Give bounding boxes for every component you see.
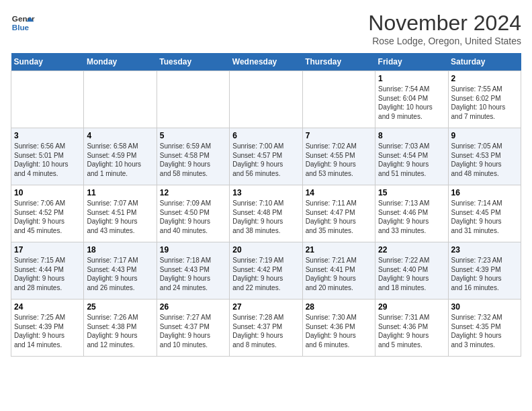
day-number: 25 [87,302,153,312]
day-info: Sunrise: 7:06 AM Sunset: 4:52 PM Dayligh… [14,199,81,235]
calendar-cell: 25Sunrise: 7:26 AM Sunset: 4:38 PM Dayli… [84,300,157,357]
page-header: General Blue November 2024 Rose Lodge, O… [11,11,521,46]
day-info: Sunrise: 7:30 AM Sunset: 4:36 PM Dayligh… [306,313,372,349]
day-number: 20 [232,245,299,255]
day-number: 17 [14,245,81,255]
day-info: Sunrise: 7:55 AM Sunset: 6:02 PM Dayligh… [451,85,518,121]
svg-text:Blue: Blue [12,23,30,32]
day-number: 19 [160,245,226,255]
calendar-cell: 27Sunrise: 7:28 AM Sunset: 4:37 PM Dayli… [230,300,302,357]
day-info: Sunrise: 7:32 AM Sunset: 4:35 PM Dayligh… [451,313,518,349]
calendar-header: SundayMondayTuesdayWednesdayThursdayFrid… [11,53,521,71]
week-row-4: 17Sunrise: 7:15 AM Sunset: 4:44 PM Dayli… [11,242,521,300]
calendar-cell [302,71,375,128]
day-number: 28 [306,302,372,312]
day-number: 27 [232,302,299,312]
calendar-cell: 1Sunrise: 7:54 AM Sunset: 6:04 PM Daylig… [375,71,448,128]
day-number: 2 [451,74,518,83]
calendar-cell: 28Sunrise: 7:30 AM Sunset: 4:36 PM Dayli… [302,300,375,357]
calendar-cell: 3Sunrise: 6:56 AM Sunset: 5:01 PM Daylig… [11,128,84,185]
calendar-table: SundayMondayTuesdayWednesdayThursdayFrid… [11,53,521,357]
weekday-header-wednesday: Wednesday [230,53,302,71]
calendar-cell: 21Sunrise: 7:21 AM Sunset: 4:41 PM Dayli… [302,242,375,300]
day-number: 22 [378,245,445,255]
weekday-header-monday: Monday [84,53,157,71]
weekday-header-saturday: Saturday [448,53,521,71]
logo: General Blue [11,11,35,35]
day-info: Sunrise: 7:19 AM Sunset: 4:42 PM Dayligh… [232,256,299,292]
title-area: November 2024 Rose Lodge, Oregon, United… [368,11,521,46]
day-info: Sunrise: 7:13 AM Sunset: 4:46 PM Dayligh… [378,199,445,235]
day-info: Sunrise: 7:18 AM Sunset: 4:43 PM Dayligh… [160,256,226,292]
week-row-2: 3Sunrise: 6:56 AM Sunset: 5:01 PM Daylig… [11,128,521,185]
calendar-cell: 16Sunrise: 7:14 AM Sunset: 4:45 PM Dayli… [448,185,521,242]
calendar-cell: 5Sunrise: 6:59 AM Sunset: 4:58 PM Daylig… [157,128,229,185]
day-number: 5 [160,131,226,140]
day-number: 11 [87,188,153,197]
location: Rose Lodge, Oregon, United States [368,36,521,46]
calendar-cell: 9Sunrise: 7:05 AM Sunset: 4:53 PM Daylig… [448,128,521,185]
calendar-cell: 12Sunrise: 7:09 AM Sunset: 4:50 PM Dayli… [157,185,229,242]
day-info: Sunrise: 7:23 AM Sunset: 4:39 PM Dayligh… [451,256,518,292]
calendar-cell: 18Sunrise: 7:17 AM Sunset: 4:43 PM Dayli… [84,242,157,300]
calendar-cell: 23Sunrise: 7:23 AM Sunset: 4:39 PM Dayli… [448,242,521,300]
day-info: Sunrise: 7:00 AM Sunset: 4:57 PM Dayligh… [232,142,299,178]
day-info: Sunrise: 7:02 AM Sunset: 4:55 PM Dayligh… [306,142,372,178]
day-info: Sunrise: 7:21 AM Sunset: 4:41 PM Dayligh… [306,256,372,292]
calendar-cell: 7Sunrise: 7:02 AM Sunset: 4:55 PM Daylig… [302,128,375,185]
calendar-cell: 20Sunrise: 7:19 AM Sunset: 4:42 PM Dayli… [230,242,302,300]
week-row-5: 24Sunrise: 7:25 AM Sunset: 4:39 PM Dayli… [11,300,521,357]
day-number: 13 [232,188,299,197]
calendar-cell [230,71,302,128]
calendar-cell: 4Sunrise: 6:58 AM Sunset: 4:59 PM Daylig… [84,128,157,185]
calendar-cell: 13Sunrise: 7:10 AM Sunset: 4:48 PM Dayli… [230,185,302,242]
day-number: 29 [378,302,445,312]
day-number: 21 [306,245,372,255]
day-info: Sunrise: 7:10 AM Sunset: 4:48 PM Dayligh… [232,199,299,235]
day-number: 4 [87,131,153,140]
week-row-3: 10Sunrise: 7:06 AM Sunset: 4:52 PM Dayli… [11,185,521,242]
day-number: 15 [378,188,445,197]
weekday-header-friday: Friday [375,53,448,71]
day-info: Sunrise: 7:15 AM Sunset: 4:44 PM Dayligh… [14,256,81,292]
calendar-cell: 17Sunrise: 7:15 AM Sunset: 4:44 PM Dayli… [11,242,84,300]
day-number: 26 [160,302,226,312]
calendar-cell [157,71,229,128]
weekday-header-tuesday: Tuesday [157,53,229,71]
day-number: 14 [306,188,372,197]
day-info: Sunrise: 6:58 AM Sunset: 4:59 PM Dayligh… [87,142,153,178]
day-info: Sunrise: 7:03 AM Sunset: 4:54 PM Dayligh… [378,142,445,178]
calendar-cell: 29Sunrise: 7:31 AM Sunset: 4:36 PM Dayli… [375,300,448,357]
day-info: Sunrise: 7:22 AM Sunset: 4:40 PM Dayligh… [378,256,445,292]
calendar-cell: 24Sunrise: 7:25 AM Sunset: 4:39 PM Dayli… [11,300,84,357]
day-number: 23 [451,245,518,255]
calendar-cell: 22Sunrise: 7:22 AM Sunset: 4:40 PM Dayli… [375,242,448,300]
calendar-cell: 11Sunrise: 7:07 AM Sunset: 4:51 PM Dayli… [84,185,157,242]
calendar-cell: 30Sunrise: 7:32 AM Sunset: 4:35 PM Dayli… [448,300,521,357]
day-number: 10 [14,188,81,197]
week-row-1: 1Sunrise: 7:54 AM Sunset: 6:04 PM Daylig… [11,71,521,128]
weekday-header-sunday: Sunday [11,53,84,71]
day-number: 30 [451,302,518,312]
calendar-cell: 14Sunrise: 7:11 AM Sunset: 4:47 PM Dayli… [302,185,375,242]
day-number: 24 [14,302,81,312]
day-number: 9 [451,131,518,140]
day-info: Sunrise: 7:54 AM Sunset: 6:04 PM Dayligh… [378,85,445,121]
day-number: 6 [232,131,299,140]
day-number: 18 [87,245,153,255]
day-number: 12 [160,188,226,197]
day-number: 3 [14,131,81,140]
day-number: 16 [451,188,518,197]
month-title: November 2024 [368,11,521,36]
day-number: 1 [378,74,445,83]
day-info: Sunrise: 7:27 AM Sunset: 4:37 PM Dayligh… [160,313,226,349]
calendar-cell [11,71,84,128]
svg-text:General: General [12,14,35,23]
calendar-cell: 26Sunrise: 7:27 AM Sunset: 4:37 PM Dayli… [157,300,229,357]
day-info: Sunrise: 7:25 AM Sunset: 4:39 PM Dayligh… [14,313,81,349]
logo-icon: General Blue [11,11,35,35]
weekday-header-thursday: Thursday [302,53,375,71]
calendar-cell: 10Sunrise: 7:06 AM Sunset: 4:52 PM Dayli… [11,185,84,242]
day-number: 8 [378,131,445,140]
day-info: Sunrise: 7:07 AM Sunset: 4:51 PM Dayligh… [87,199,153,235]
